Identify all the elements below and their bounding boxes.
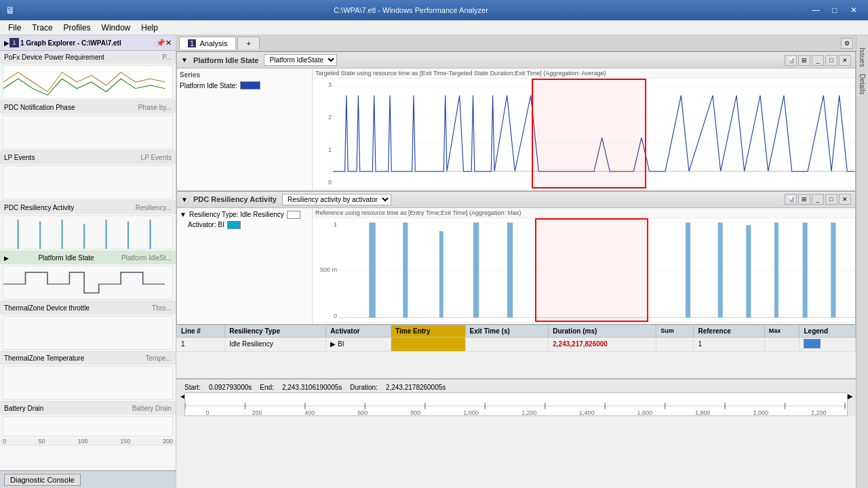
chart-icon[interactable]: 📊 bbox=[785, 55, 797, 66]
sidebar-item-sublabel: Phase by... bbox=[138, 104, 172, 111]
cell-line: 1 bbox=[177, 337, 225, 351]
x-label: 2,000 bbox=[760, 189, 775, 190]
col-line: Line # bbox=[177, 325, 225, 337]
svg-rect-25 bbox=[473, 222, 479, 317]
cell-entry-time bbox=[391, 337, 466, 351]
thermal-temp-thumbnail bbox=[3, 366, 173, 400]
tl-label: 1,800 bbox=[695, 409, 711, 416]
svg-rect-1 bbox=[3, 166, 172, 199]
collapse-icon[interactable]: ▼ bbox=[180, 211, 186, 218]
maximize-panel-icon-pdc[interactable]: □ bbox=[825, 194, 837, 205]
table-icon-pdc[interactable]: ⊞ bbox=[798, 194, 810, 205]
svg-rect-0 bbox=[3, 116, 172, 148]
cell-legend bbox=[800, 337, 856, 351]
x-axis-platform: 0 200 400 600 800 1,000 1,200 1,400 1,60… bbox=[313, 188, 855, 190]
app-icon: 🖥 bbox=[5, 5, 15, 16]
tab-controls: ⚙ bbox=[841, 38, 853, 49]
x-label: 400 bbox=[420, 189, 431, 190]
diagnostic-console-button[interactable]: Diagnostic Console bbox=[4, 474, 81, 486]
issues-tab[interactable]: Issues bbox=[858, 45, 867, 70]
sidebar-item-platform-idle[interactable]: ▶ Platform Idle State Platform IdleSt... bbox=[0, 251, 176, 264]
sidebar-expand-icon[interactable]: ▶ bbox=[4, 39, 9, 47]
sidebar-item-label: PDC Notification Phase bbox=[4, 104, 75, 111]
pdc-resiliency-header: ▼ PDC Resiliency Activity Resiliency act… bbox=[177, 192, 855, 208]
tab-analysis[interactable]: 1 Analysis bbox=[179, 37, 236, 50]
pdc-resiliency-dropdown[interactable]: Resiliency activity by activator bbox=[282, 194, 391, 205]
menu-window[interactable]: Window bbox=[96, 22, 136, 34]
series-activator: Activator: BI bbox=[188, 221, 309, 229]
cell-type: Idle Resiliency bbox=[225, 337, 326, 351]
details-tab[interactable]: Details bbox=[858, 71, 867, 98]
pdc-body: ▼ Resiliency Type: Idle Resiliency Activ… bbox=[177, 208, 855, 324]
platform-idle-title: Platform Idle State bbox=[193, 56, 259, 64]
sidebar-item-sublabel: Resiliency... bbox=[136, 204, 172, 211]
graph-explorer-panel: ▶ 1 1 Graph Explorer - C:\WPA\7.etl 📌 ✕ … bbox=[0, 35, 176, 488]
expand-icon-pdc[interactable]: ▼ bbox=[181, 196, 188, 203]
sidebar-item-pofx[interactable]: PoFx Device Power Requirement P... bbox=[0, 51, 176, 64]
x-label: 2,000 bbox=[756, 323, 772, 324]
menu-help[interactable]: Help bbox=[136, 22, 163, 34]
battery-drain-thumbnail bbox=[3, 416, 173, 436]
sidebar-scroll[interactable]: PoFx Device Power Requirement P... PDC N… bbox=[0, 51, 176, 470]
pofx-thumbnail bbox=[3, 65, 173, 99]
activator-label: Activator: BI bbox=[188, 221, 224, 228]
minimize-panel-icon[interactable]: _ bbox=[812, 55, 824, 66]
list-item: PDC Notification Phase Phase by... bbox=[0, 101, 176, 151]
y-axis-pdc: 1 500 m 0 bbox=[313, 218, 338, 322]
sidebar-item-lp-events[interactable]: LP Events LP Events bbox=[0, 151, 176, 164]
platform-idle-dropdown[interactable]: Platform IdleState bbox=[264, 54, 337, 66]
y-label-pdc: 500 m bbox=[314, 266, 337, 273]
tl-label: 1,400 bbox=[579, 409, 595, 416]
menu-trace[interactable]: Trace bbox=[26, 22, 58, 34]
sidebar-close-icon[interactable]: ✕ bbox=[165, 39, 172, 47]
col-entry-time[interactable]: Time Entry bbox=[391, 325, 466, 337]
sidebar-number-badge: 1 bbox=[9, 38, 19, 47]
sidebar-item-thermal-throttle[interactable]: ThermalZone Device throttle Thro... bbox=[0, 302, 176, 314]
menubar: File Trace Profiles Window Help bbox=[0, 20, 868, 35]
series-list-pdc: ▼ Resiliency Type: Idle Resiliency Activ… bbox=[177, 208, 313, 324]
expand-arrow[interactable]: ▶ bbox=[330, 340, 336, 348]
sidebar-item-label: LP Events bbox=[4, 154, 35, 161]
table-row: 1 Idle Resiliency ▶ BI 2,243,217,826000 … bbox=[177, 337, 856, 351]
timeline-x-labels: 0 200 400 600 800 1,000 1,200 1,400 1,60… bbox=[184, 409, 848, 416]
maximize-panel-icon[interactable]: □ bbox=[825, 55, 837, 66]
x-label: 2,200 bbox=[804, 189, 819, 190]
timeline-right-arrow[interactable]: ▶ bbox=[848, 392, 852, 416]
chart-icon-pdc[interactable]: 📊 bbox=[785, 194, 797, 205]
table-icon[interactable]: ⊞ bbox=[798, 55, 810, 66]
close-panel-icon-pdc[interactable]: ✕ bbox=[839, 194, 851, 205]
sidebar-item-battery-drain[interactable]: Battery Drain Battery Drain bbox=[0, 402, 176, 415]
sidebar-item-pdc-notification[interactable]: PDC Notification Phase Phase by... bbox=[0, 101, 176, 114]
sidebar-header: ▶ 1 1 Graph Explorer - C:\WPA\7.etl 📌 ✕ bbox=[0, 35, 176, 51]
col-exit-time: Exit Time (s) bbox=[465, 325, 549, 337]
maximize-button[interactable]: □ bbox=[826, 3, 844, 17]
duration-label: Duration: bbox=[350, 384, 378, 391]
sidebar-item-pdc-resiliency[interactable]: PDC Resiliency Activity Resiliency... bbox=[0, 201, 176, 214]
menu-file[interactable]: File bbox=[3, 22, 26, 34]
tab-new[interactable]: + bbox=[237, 37, 259, 49]
y-label-pdc: 1 bbox=[314, 221, 337, 228]
tl-label: 600 bbox=[357, 409, 368, 416]
x-label: 200 bbox=[381, 189, 391, 190]
expand-icon[interactable]: ▼ bbox=[181, 56, 188, 64]
settings-icon[interactable]: ⚙ bbox=[841, 38, 853, 49]
tl-label: 1,000 bbox=[463, 409, 479, 416]
timeline-ruler[interactable]: ◀ bbox=[180, 392, 852, 416]
diagnostic-console-bar: Diagnostic Console bbox=[0, 470, 176, 488]
close-panel-icon[interactable]: ✕ bbox=[839, 55, 851, 66]
pdc-chart-info: Reference using resource time as [Entry … bbox=[313, 208, 855, 218]
x-label: 1,200 bbox=[582, 323, 597, 324]
tl-label: 0 bbox=[205, 409, 209, 416]
tl-label: 2,200 bbox=[811, 409, 827, 416]
sidebar-pin-icon[interactable]: 📌 bbox=[156, 39, 165, 47]
cell-exit-time bbox=[465, 337, 549, 351]
minimize-button[interactable]: — bbox=[807, 3, 825, 17]
expand-icon[interactable]: ▶ bbox=[4, 255, 9, 262]
x-label: 1,000 bbox=[538, 323, 554, 324]
sidebar-item-thermal-temp[interactable]: ThermalZone Temperature Tempe... bbox=[0, 352, 176, 365]
minimize-panel-icon-pdc[interactable]: _ bbox=[812, 194, 824, 205]
axis-label: 200 bbox=[163, 438, 173, 445]
side-panel: Issues Details bbox=[856, 35, 868, 488]
close-button[interactable]: ✕ bbox=[845, 3, 863, 17]
menu-profiles[interactable]: Profiles bbox=[58, 22, 96, 34]
